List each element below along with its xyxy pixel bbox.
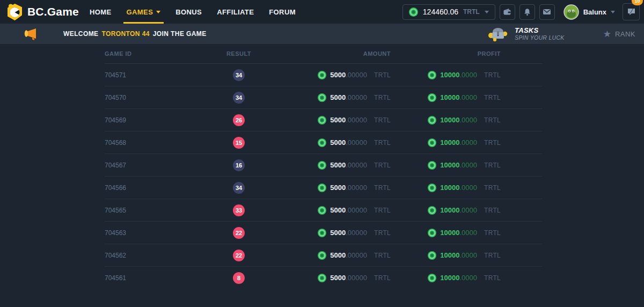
- col-header-amount: AMOUNT: [250, 50, 391, 57]
- game-id: 704565: [105, 207, 228, 214]
- profit-currency: TRTL: [484, 71, 501, 79]
- wallet-button[interactable]: [500, 4, 515, 20]
- profit-decimals: .0000: [459, 71, 477, 79]
- amount-decimals: .00000: [346, 229, 367, 237]
- brand-logo[interactable]: BC.Game: [0, 4, 90, 20]
- chevron-down-icon: [156, 11, 160, 13]
- tasks-subtitle: SPIN YOUR LUCK: [515, 34, 565, 41]
- nav-right-cluster: 124460.06 TRTL: [402, 3, 644, 20]
- amount-cell: 5000.00000 TRTL: [250, 274, 391, 282]
- messages-button[interactable]: [539, 4, 555, 20]
- amount-cell: 5000.00000 TRTL: [250, 184, 391, 192]
- profit-decimals: .0000: [459, 274, 477, 282]
- result-badge: 22: [233, 250, 245, 261]
- amount-decimals: .00000: [346, 93, 367, 101]
- notifications-button[interactable]: [519, 4, 535, 20]
- game-id: 704569: [105, 116, 228, 124]
- amount-cell: 5000.00000 TRTL: [250, 116, 391, 125]
- amount-integer: 5000: [330, 229, 346, 237]
- profit-cell: 10000.0000 TRTL: [391, 138, 501, 147]
- nav-item-forum[interactable]: FORUM: [269, 0, 296, 24]
- profit-currency: TRTL: [484, 162, 501, 169]
- result-badge: 34: [233, 182, 245, 194]
- profit-integer: 10000: [440, 138, 459, 147]
- balance-selector[interactable]: 124460.06 TRTL: [402, 4, 495, 20]
- amount-currency: TRTL: [374, 71, 391, 79]
- nav-item-games[interactable]: GAMES: [127, 0, 161, 24]
- amount-cell: 5000.00000 TRTL: [250, 206, 391, 215]
- profit-currency: TRTL: [484, 116, 501, 124]
- nav-item-bonus[interactable]: BONUS: [175, 0, 202, 24]
- rank-label: RANK: [615, 30, 635, 38]
- mail-icon: [543, 8, 551, 16]
- amount-currency: TRTL: [374, 229, 391, 237]
- amount-decimals: .00000: [346, 116, 367, 124]
- avatar: [564, 4, 579, 20]
- amount-integer: 5000: [330, 184, 346, 192]
- profit-currency: TRTL: [484, 252, 501, 259]
- chevron-down-icon: [611, 11, 615, 13]
- profit-currency: TRTL: [484, 139, 501, 147]
- profit-decimals: .0000: [459, 184, 477, 192]
- col-header-result: RESULT: [228, 50, 250, 57]
- profit-currency: TRTL: [484, 94, 501, 101]
- amount-cell: 5000.00000 TRTL: [250, 251, 391, 260]
- table-row: 704566 34 5000.00000 TRTL: [105, 177, 542, 199]
- amount-decimals: .00000: [346, 251, 367, 259]
- profit-integer: 10000: [440, 251, 459, 259]
- table-row: 704570 34 5000.00000 TRTL: [105, 86, 542, 109]
- result-badge: 26: [233, 114, 245, 126]
- amount-cell: 5000.00000 TRTL: [250, 71, 391, 79]
- amount-currency: TRTL: [374, 252, 391, 259]
- profit-currency: TRTL: [484, 274, 501, 282]
- table-row: 704569 26 5000.00000 TRTL: [105, 109, 542, 131]
- amount-integer: 5000: [330, 274, 346, 282]
- trtl-coin-icon: [428, 116, 436, 125]
- game-id: 704563: [105, 229, 228, 237]
- game-id: 704561: [105, 274, 228, 282]
- table-row: 704565 33 5000.00000 TRTL: [105, 199, 542, 222]
- treasure-chest-icon: [488, 26, 508, 41]
- chat-unread-badge: 10: [632, 0, 643, 5]
- profit-cell: 10000.0000 TRTL: [391, 93, 501, 102]
- main-nav: HOME GAMES BONUS AFFILIATE FORUM: [90, 0, 296, 24]
- trtl-coin-icon: [428, 184, 436, 192]
- game-id: 704562: [105, 252, 228, 259]
- result-badge: 16: [233, 159, 245, 171]
- result-badge: 22: [233, 227, 245, 239]
- profit-integer: 10000: [440, 116, 459, 124]
- tasks-title: TASKS: [515, 27, 565, 35]
- game-id: 704570: [105, 94, 228, 101]
- chat-button[interactable]: 10: [623, 3, 640, 20]
- bcgame-logo-icon: [7, 4, 23, 20]
- profit-currency: TRTL: [484, 207, 501, 214]
- trtl-coin-icon: [409, 8, 418, 17]
- bet-history-table: GAME ID RESULT AMOUNT PROFIT 704571 34 5…: [105, 44, 542, 289]
- top-nav: BC.Game HOME GAMES BONUS AFFILIATE FORUM: [0, 0, 644, 24]
- trtl-coin-icon: [318, 184, 326, 192]
- profit-integer: 10000: [440, 206, 459, 214]
- game-id: 704568: [105, 139, 228, 147]
- amount-decimals: .00000: [346, 184, 367, 192]
- amount-cell: 5000.00000 TRTL: [250, 161, 391, 170]
- profit-cell: 10000.0000 TRTL: [391, 251, 501, 260]
- game-id: 704571: [105, 71, 228, 79]
- amount-integer: 5000: [330, 93, 346, 101]
- trtl-coin-icon: [428, 251, 436, 260]
- nav-item-affiliate[interactable]: AFFILIATE: [217, 0, 254, 24]
- profit-cell: 10000.0000 TRTL: [391, 229, 501, 237]
- profit-integer: 10000: [440, 71, 459, 79]
- profit-integer: 10000: [440, 184, 459, 192]
- user-menu[interactable]: Balunx: [564, 4, 615, 20]
- profit-cell: 10000.0000 TRTL: [391, 206, 501, 215]
- amount-currency: TRTL: [374, 116, 391, 124]
- profit-cell: 10000.0000 TRTL: [391, 71, 501, 79]
- amount-currency: TRTL: [374, 274, 391, 282]
- amount-currency: TRTL: [374, 184, 391, 192]
- rank-widget[interactable]: ★ RANK: [603, 30, 635, 39]
- tasks-widget[interactable]: TASKS SPIN YOUR LUCK: [488, 26, 565, 41]
- nav-item-home[interactable]: HOME: [90, 0, 112, 24]
- amount-cell: 5000.00000 TRTL: [250, 138, 391, 147]
- game-id: 704566: [105, 184, 228, 192]
- welcome-username: TORONTON 44: [101, 30, 149, 38]
